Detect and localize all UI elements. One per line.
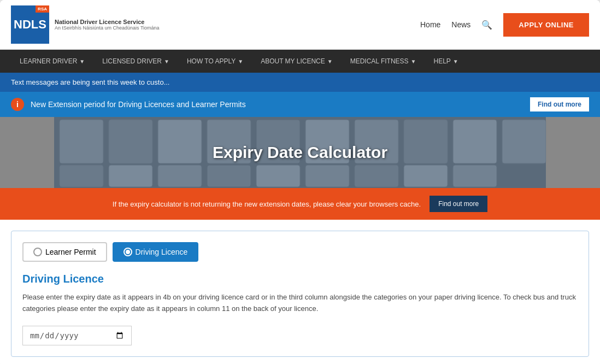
section-description: Please enter the expiry date as it appea… (22, 292, 578, 315)
date-input[interactable] (22, 326, 132, 345)
info-banner-text: New Extension period for Driving Licence… (31, 100, 523, 109)
calculator-card: Learner Permit Driving Licence Driving L… (11, 231, 589, 357)
nav-help[interactable]: HELP ▼ (425, 50, 467, 73)
chevron-down-icon: ▼ (164, 58, 169, 64)
header: NDLS RSA National Driver Licence Service… (0, 0, 600, 50)
logo-area: NDLS RSA National Driver Licence Service… (11, 5, 160, 44)
chevron-down-icon: ▼ (79, 58, 85, 64)
svg-rect-16 (305, 165, 349, 187)
apply-online-button[interactable]: APPLY ONLINE (503, 13, 589, 37)
cache-text: If the expiry calculator is not returnin… (113, 200, 421, 208)
nav-news[interactable]: News (451, 20, 470, 29)
logo-title: National Driver Licence Service (55, 19, 160, 25)
svg-rect-11 (60, 165, 103, 187)
svg-rect-13 (158, 165, 202, 187)
svg-rect-10 (502, 120, 546, 163)
find-out-more-button[interactable]: Find out more (530, 97, 589, 111)
calculator-area: Learner Permit Driving Licence Driving L… (0, 220, 600, 364)
radio-circle-driving (123, 248, 132, 256)
radio-circle-learner (33, 248, 42, 256)
logo-text: NDLS (14, 17, 46, 32)
logo-box: NDLS RSA (11, 5, 49, 44)
learner-permit-label: Learner Permit (45, 248, 96, 256)
svg-rect-18 (404, 165, 448, 187)
nav-bar: LEARNER DRIVER ▼ LICENSED DRIVER ▼ HOW T… (0, 50, 600, 73)
svg-rect-12 (109, 165, 152, 187)
svg-rect-2 (109, 120, 152, 163)
ticker-text: Text messages are being sent this week t… (11, 78, 169, 86)
info-icon: i (11, 98, 24, 111)
section-title: Driving Licence (22, 273, 578, 285)
chevron-down-icon: ▼ (453, 58, 458, 64)
info-banner: i New Extension period for Driving Licen… (0, 92, 600, 117)
radio-dot-driving (126, 250, 130, 254)
rsa-badge: RSA (36, 5, 49, 13)
ticker-bar: Text messages are being sent this week t… (0, 73, 600, 92)
svg-rect-1 (60, 120, 103, 163)
logo-subtitle: An tSeirbhís Náisiúnta um Cheadúnais Tio… (55, 25, 160, 31)
nav-home[interactable]: Home (420, 20, 440, 29)
nav-about-my-licence[interactable]: ABOUT MY LICENCE ▼ (252, 50, 342, 73)
nav-learner-driver[interactable]: LEARNER DRIVER ▼ (11, 50, 93, 73)
chevron-down-icon: ▼ (411, 58, 416, 64)
svg-rect-19 (453, 165, 497, 187)
driving-licence-label: Driving Licence (136, 248, 188, 256)
nav-how-to-apply[interactable]: HOW TO APPLY ▼ (178, 50, 252, 73)
learner-permit-tab[interactable]: Learner Permit (22, 242, 107, 262)
svg-rect-3 (158, 120, 202, 163)
driving-licence-tab[interactable]: Driving Licence (113, 242, 199, 262)
radio-tabs: Learner Permit Driving Licence (22, 242, 578, 262)
cache-banner: If the expiry calculator is not returnin… (0, 188, 600, 220)
search-icon[interactable]: 🔍 (481, 20, 492, 30)
cache-find-out-button[interactable]: Find out more (430, 196, 487, 212)
header-nav: Home News 🔍 (420, 20, 492, 30)
hero-section: Expiry Date Calculator (0, 117, 600, 188)
nav-licensed-driver[interactable]: LICENSED DRIVER ▼ (93, 50, 178, 73)
svg-rect-14 (207, 165, 251, 187)
svg-rect-9 (453, 120, 497, 163)
logo-text-area: National Driver Licence Service An tSeir… (55, 19, 160, 31)
svg-rect-17 (355, 165, 398, 187)
nav-medical-fitness[interactable]: MEDICAL FITNESS ▼ (342, 50, 425, 73)
chevron-down-icon: ▼ (238, 58, 243, 64)
svg-rect-8 (404, 120, 448, 163)
hero-title: Expiry Date Calculator (213, 143, 387, 162)
svg-rect-15 (256, 165, 300, 187)
browser-frame: NDLS RSA National Driver Licence Service… (0, 0, 600, 364)
chevron-down-icon: ▼ (327, 58, 333, 64)
